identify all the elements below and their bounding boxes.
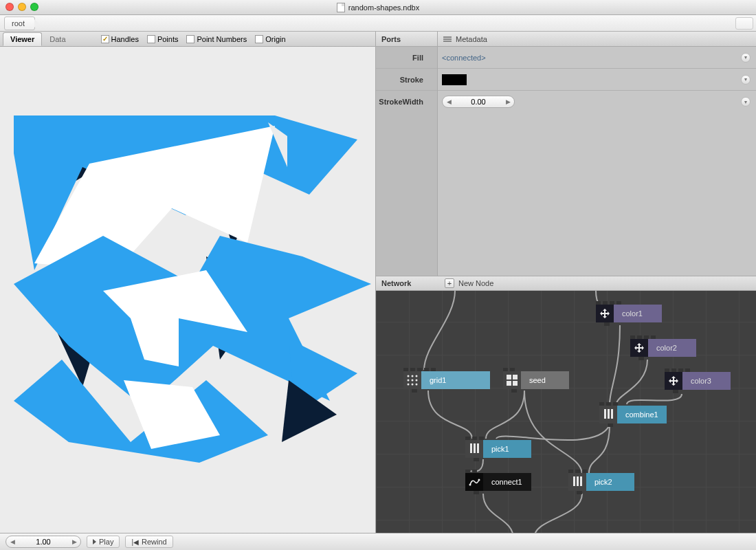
node-combine1[interactable]: combine1 bbox=[599, 406, 667, 424]
node-label: connect1 bbox=[483, 473, 531, 491]
node-color3[interactable]: color3 bbox=[665, 372, 731, 390]
list-icon bbox=[599, 406, 617, 424]
stepper-right-icon[interactable]: ▶ bbox=[502, 98, 514, 105]
strokewidth-stepper[interactable]: ◀ 0.00 ▶ bbox=[442, 96, 515, 108]
label-points: Points bbox=[157, 35, 179, 43]
strokewidth-value[interactable]: 0.00 bbox=[455, 98, 502, 106]
color-icon bbox=[630, 339, 648, 357]
node-label: pick1 bbox=[483, 440, 531, 458]
play-button[interactable]: Play bbox=[87, 536, 120, 548]
stepper-right-icon[interactable]: ▶ bbox=[68, 538, 80, 545]
grid-icon bbox=[403, 371, 421, 389]
svg-point-20 bbox=[412, 384, 414, 386]
node-wires bbox=[376, 291, 756, 533]
prop-fill-label: Fill bbox=[412, 54, 430, 62]
node-label: seed bbox=[521, 371, 569, 389]
node-label: combine1 bbox=[617, 406, 667, 424]
svg-point-26 bbox=[469, 484, 471, 486]
check-point-numbers[interactable] bbox=[186, 35, 194, 43]
document-icon bbox=[337, 3, 345, 12]
play-label: Play bbox=[99, 538, 113, 546]
breadcrumb-menu[interactable] bbox=[735, 17, 753, 30]
breadcrumb: root bbox=[0, 15, 756, 32]
svg-point-17 bbox=[412, 380, 414, 382]
titlebar: random-shapes.ndbx bbox=[0, 0, 756, 15]
node-label: grid1 bbox=[421, 371, 490, 389]
node-label: color3 bbox=[682, 372, 731, 390]
breadcrumb-root[interactable]: root bbox=[4, 16, 35, 30]
node-color2[interactable]: color2 bbox=[630, 339, 696, 357]
page-title: random-shapes.ndbx bbox=[337, 3, 419, 12]
plus-icon: + bbox=[445, 278, 454, 288]
svg-rect-23 bbox=[513, 375, 518, 380]
node-label: pick2 bbox=[586, 473, 634, 491]
minimize-icon[interactable] bbox=[18, 3, 26, 11]
window-controls bbox=[5, 3, 38, 11]
filename: random-shapes.ndbx bbox=[348, 3, 419, 12]
svg-point-18 bbox=[416, 380, 418, 382]
svg-point-14 bbox=[412, 375, 414, 377]
check-origin[interactable] bbox=[255, 35, 263, 43]
new-node-label: New Node bbox=[458, 279, 493, 287]
tab-viewer[interactable]: Viewer bbox=[3, 32, 42, 46]
metadata-header[interactable]: Metadata bbox=[438, 32, 756, 47]
node-color1[interactable]: color1 bbox=[596, 305, 662, 322]
ports-header: Ports bbox=[376, 32, 437, 47]
node-seed[interactable]: seed bbox=[503, 371, 569, 389]
prop-stroke-label: Stroke bbox=[400, 76, 430, 84]
node-label: color1 bbox=[614, 305, 662, 322]
node-connect1[interactable]: connect1 bbox=[465, 473, 531, 491]
stepper-left-icon[interactable]: ◀ bbox=[6, 538, 19, 545]
viewer-tabbar: Viewer Data Handles Points Point Numbers… bbox=[0, 32, 375, 47]
rewind-icon: |◀ bbox=[131, 538, 139, 546]
play-icon bbox=[93, 539, 96, 544]
svg-point-19 bbox=[408, 384, 410, 386]
rewind-button[interactable]: |◀ Rewind bbox=[125, 536, 173, 548]
svg-point-21 bbox=[416, 384, 418, 386]
label-origin: Origin bbox=[265, 35, 285, 43]
svg-rect-22 bbox=[507, 375, 511, 380]
list-icon bbox=[568, 473, 586, 491]
shapes-render bbox=[14, 112, 371, 497]
close-icon[interactable] bbox=[5, 3, 14, 11]
zoom-icon[interactable] bbox=[30, 3, 38, 11]
check-points[interactable] bbox=[147, 35, 155, 43]
connect-icon bbox=[465, 473, 483, 491]
disclosure-icon[interactable]: ▾ bbox=[741, 53, 751, 63]
node-pick2[interactable]: pick2 bbox=[568, 473, 634, 491]
svg-point-16 bbox=[408, 380, 410, 382]
disclosure-icon[interactable]: ▾ bbox=[741, 75, 751, 85]
network-canvas[interactable]: grid1 seed color1 bbox=[376, 291, 756, 533]
color-icon bbox=[596, 305, 614, 322]
svg-rect-25 bbox=[513, 381, 518, 386]
seed-icon bbox=[503, 371, 521, 389]
network-header: Network bbox=[376, 279, 438, 287]
svg-point-27 bbox=[478, 479, 480, 481]
metadata-label: Metadata bbox=[456, 35, 487, 43]
playbar: ◀ 1.00 ▶ Play |◀ Rewind bbox=[0, 533, 756, 550]
frame-value[interactable]: 1.00 bbox=[19, 538, 68, 546]
node-label: color2 bbox=[648, 339, 696, 357]
list-icon bbox=[465, 440, 483, 458]
svg-point-15 bbox=[416, 375, 418, 377]
stroke-swatch[interactable] bbox=[442, 74, 467, 85]
new-node-button[interactable]: + New Node bbox=[438, 278, 493, 288]
color-icon bbox=[665, 372, 682, 390]
viewer-canvas[interactable] bbox=[0, 47, 375, 533]
svg-point-13 bbox=[408, 375, 410, 377]
node-grid1[interactable]: grid1 bbox=[403, 371, 490, 389]
prop-strokewidth-label: StrokeWidth bbox=[379, 98, 430, 106]
property-empty bbox=[438, 113, 756, 276]
rewind-label: Rewind bbox=[142, 538, 167, 546]
disclosure-icon[interactable]: ▾ bbox=[741, 97, 751, 107]
label-point-numbers: Point Numbers bbox=[197, 35, 247, 43]
stepper-left-icon[interactable]: ◀ bbox=[443, 98, 455, 105]
check-handles[interactable] bbox=[101, 35, 109, 43]
svg-rect-24 bbox=[507, 381, 511, 386]
node-pick1[interactable]: pick1 bbox=[465, 440, 531, 458]
tab-data[interactable]: Data bbox=[42, 32, 73, 46]
fill-value[interactable]: <connected> bbox=[442, 54, 486, 62]
frame-stepper[interactable]: ◀ 1.00 ▶ bbox=[5, 536, 81, 548]
metadata-icon bbox=[443, 36, 452, 42]
label-handles: Handles bbox=[111, 35, 139, 43]
